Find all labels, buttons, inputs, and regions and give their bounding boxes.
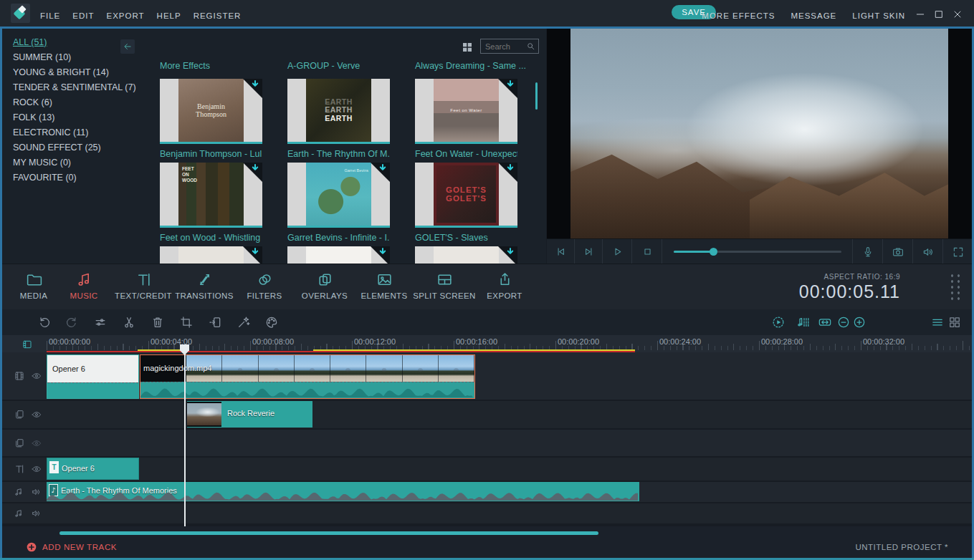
tab-export[interactable]: EXPORT [470, 271, 539, 300]
seek-thumb[interactable] [710, 248, 717, 256]
music-item-feet-on-wood-whistling[interactable]: FEETONWOODFeet on Wood - Whistling ... [160, 163, 262, 243]
menu-export[interactable]: EXPORT [107, 11, 145, 20]
tab-overlays[interactable]: OVERLAYS [290, 271, 359, 300]
download-icon[interactable] [250, 79, 260, 90]
collapse-sidebar-button[interactable] [120, 39, 135, 54]
zoom-in-button[interactable] [852, 315, 866, 329]
audio-mixer-button[interactable] [797, 315, 811, 329]
notes-icon[interactable] [14, 508, 25, 519]
download-icon[interactable] [378, 163, 388, 173]
music-item-partial[interactable] [287, 246, 390, 264]
eye-icon[interactable] [31, 438, 42, 449]
eye-icon[interactable] [31, 409, 42, 420]
zoom-out-button[interactable] [836, 315, 851, 329]
tab-text-credit[interactable]: TEXT/CREDIT [109, 271, 178, 300]
stack-icon[interactable] [14, 409, 25, 420]
scissors-button[interactable] [122, 315, 136, 329]
music-item-feet-on-water-unexpect[interactable]: Feet on WaterFeet On Water - Unexpect... [415, 79, 517, 159]
menu-more-effects[interactable]: MORE EFFECTS [702, 11, 775, 20]
tab-split-screen[interactable]: SPLIT SCREEN [410, 271, 479, 300]
music-item-earth-the-rhythm-of-m[interactable]: EARTHEARTHEARTHEarth - The Rhythm Of M..… [287, 79, 390, 159]
minimize-button[interactable] [912, 9, 928, 20]
film-icon[interactable] [14, 370, 25, 382]
music-item-thumbnail: BenjaminThompson [160, 79, 262, 144]
panel-resize-handle[interactable] [949, 273, 962, 303]
speaker-icon[interactable] [31, 486, 42, 498]
snapshot-button[interactable] [882, 239, 913, 264]
clip-main-video-selected[interactable]: magickingdom.mp4 [140, 354, 475, 399]
music-item-partial[interactable] [160, 246, 262, 264]
download-icon[interactable] [505, 79, 515, 90]
wand-button[interactable] [237, 315, 251, 329]
menu-register[interactable]: REGISTER [194, 11, 242, 20]
timeline-ruler[interactable]: 00:00:00:0000:00:04:0000:00:08:0000:00:1… [2, 335, 972, 353]
horizontal-scrollbar[interactable] [59, 531, 598, 535]
track-manager-icon[interactable] [22, 339, 33, 350]
crop-button[interactable] [179, 315, 194, 329]
music-item-garret-bevins-infinite-i[interactable]: Garret BevinsGarret Bevins - Infinite - … [287, 163, 390, 243]
category-favourite-0[interactable]: FAVOURITE (0) [13, 173, 77, 183]
search-input[interactable] [484, 42, 526, 52]
stack-icon[interactable] [14, 438, 25, 449]
menu-file[interactable]: FILE [40, 11, 60, 20]
clip-title-opener[interactable]: T Opener 6 [47, 458, 139, 480]
menu-message[interactable]: MESSAGE [791, 11, 836, 20]
library-scrollbar[interactable] [535, 82, 538, 110]
microphone-button[interactable] [852, 239, 883, 264]
clip-opener-video[interactable]: Opener 6 [47, 354, 139, 399]
notes-icon[interactable] [14, 486, 25, 498]
fullscreen-button[interactable] [942, 239, 973, 264]
list-view-button[interactable] [930, 315, 945, 329]
stop-button[interactable] [631, 239, 662, 264]
menu-help[interactable]: HELP [157, 11, 181, 20]
volume-button[interactable] [912, 239, 943, 264]
category-tender-sentimental-7[interactable]: TENDER & SENTIMENTAL (7) [13, 82, 136, 92]
fit-timeline-button[interactable] [818, 315, 832, 329]
clip-music-earth[interactable]: ♪ Earth - The Rhythm Of Memories [47, 482, 639, 501]
category-rock-6[interactable]: ROCK (6) [13, 97, 52, 107]
previous-frame-button[interactable] [547, 239, 574, 264]
music-item-golet-s-slaves[interactable]: GOLET'SGOLET'SGOLET'S - Slaves [415, 163, 517, 243]
menu-light-skin[interactable]: LIGHT SKIN [852, 11, 905, 20]
trash-button[interactable] [151, 315, 165, 329]
download-icon[interactable] [505, 247, 515, 257]
clip-pip-rock-reverie[interactable]: Rock Reverie [187, 401, 312, 428]
maximize-button[interactable] [931, 9, 947, 20]
tab-filters[interactable]: FILTERS [230, 271, 299, 300]
eye-icon[interactable] [31, 463, 42, 475]
menu-edit[interactable]: EDIT [72, 11, 94, 20]
grid-view-button[interactable] [947, 315, 962, 329]
playhead[interactable] [184, 346, 186, 526]
clip-label: magickingdom.mp4 [143, 355, 211, 382]
tab-transitions[interactable]: TRANSITIONS [170, 271, 239, 300]
download-icon[interactable] [505, 163, 515, 173]
category-electronic-11[interactable]: ELECTRONIC (11) [13, 127, 88, 137]
music-item-partial[interactable] [415, 246, 517, 264]
render-preview-button[interactable] [771, 315, 786, 329]
next-frame-button[interactable] [574, 239, 603, 264]
category-young-bright-14[interactable]: YOUNG & BRIGHT (14) [13, 67, 109, 77]
redo-button[interactable] [65, 315, 79, 329]
music-item-benjamin-thompson-lul[interactable]: BenjaminThompsonBenjamin Thompson - Lul.… [160, 79, 262, 159]
adjust-button[interactable] [93, 315, 108, 329]
undo-button[interactable] [37, 315, 52, 329]
download-icon[interactable] [250, 163, 260, 173]
add-new-track-button[interactable]: ADD NEW TRACK [26, 541, 117, 553]
close-button[interactable] [950, 9, 965, 20]
play-button[interactable] [602, 239, 632, 264]
category-summer-10[interactable]: SUMMER (10) [13, 52, 71, 62]
category-sound-effect-25[interactable]: SOUND EFFECT (25) [13, 143, 101, 153]
tab-music[interactable]: MUSIC [49, 271, 118, 300]
tab-elements[interactable]: ELEMENTS [350, 271, 419, 300]
move-into-button[interactable] [208, 315, 222, 329]
eye-icon[interactable] [31, 370, 42, 382]
download-icon[interactable] [378, 247, 388, 257]
speaker-icon[interactable] [31, 508, 42, 519]
category-all-51[interactable]: ALL (51) [13, 37, 47, 47]
category-my-music-0[interactable]: MY MUSIC (0) [13, 158, 71, 168]
grid-view-button[interactable] [461, 40, 474, 53]
text-icon[interactable] [14, 463, 25, 475]
palette-button[interactable] [264, 315, 279, 329]
download-icon[interactable] [250, 247, 260, 257]
category-folk-13[interactable]: FOLK (13) [13, 112, 54, 122]
